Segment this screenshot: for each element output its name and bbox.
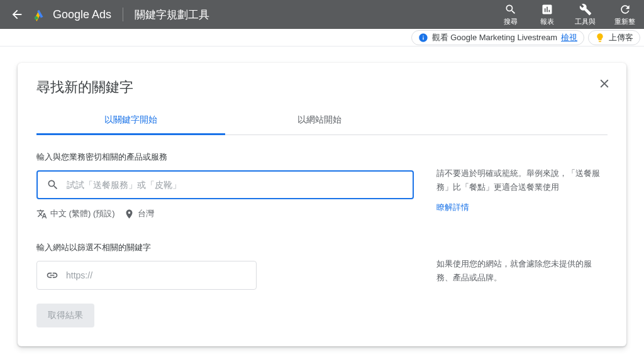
google-ads-logo-icon	[33, 8, 47, 21]
get-results-button[interactable]: 取得結果	[36, 304, 94, 327]
lightbulb-icon	[595, 33, 605, 43]
nav-refresh[interactable]: 重新整	[614, 3, 635, 26]
link-icon	[46, 269, 58, 282]
location-chip-label: 台灣	[138, 208, 154, 219]
website-label: 輸入網站以篩選不相關的關鍵字	[36, 242, 414, 253]
close-button[interactable]	[597, 77, 611, 93]
search-icon	[47, 178, 59, 191]
nav-reports-label: 報表	[540, 17, 554, 26]
upload-text: 上傳客	[609, 32, 633, 43]
notification-link[interactable]: 檢視	[561, 32, 577, 43]
location-chip[interactable]: 台灣	[124, 208, 154, 219]
brand-name: Google Ads	[53, 8, 111, 21]
nav-refresh-label: 重新整	[614, 17, 635, 26]
page-title: 關鍵字規劃工具	[135, 8, 209, 22]
nav-tools[interactable]: 工具與	[575, 3, 596, 26]
language-chip-label: 中文 (繁體) (預設)	[50, 208, 115, 219]
location-icon	[124, 209, 135, 219]
url-input[interactable]	[66, 270, 247, 280]
nav-search-label: 搜尋	[504, 17, 518, 26]
divider	[123, 8, 123, 21]
website-help-text: 如果使用您的網站，就會濾除您未提供的服務、產品或品牌。	[436, 257, 608, 285]
info-icon	[418, 33, 428, 43]
language-chip[interactable]: 中文 (繁體) (預設)	[36, 208, 115, 219]
tab-keywords[interactable]: 以關鍵字開始	[36, 108, 225, 135]
back-button[interactable]	[9, 8, 25, 21]
notification-bar: 觀看 Google Marketing Livestream 檢視 上傳客	[0, 29, 644, 47]
keywords-label: 輸入與您業務密切相關的產品或服務	[36, 151, 414, 163]
nav-search[interactable]: 搜尋	[502, 3, 519, 26]
notification-text: 觀看 Google Marketing Livestream	[432, 32, 557, 43]
keyword-input-wrap[interactable]	[36, 170, 414, 199]
keyword-input[interactable]	[67, 180, 404, 190]
tab-website[interactable]: 以網站開始	[225, 108, 414, 135]
learn-more-link[interactable]: 瞭解詳情	[436, 200, 608, 214]
nav-reports[interactable]: 報表	[538, 3, 556, 26]
card-title: 尋找新的關鍵字	[36, 78, 608, 97]
translate-icon	[36, 209, 47, 219]
keywords-help-text: 請不要過於明確或籠統。舉例來說，「送餐服務」比「餐點」更適合送餐業使用	[436, 167, 608, 194]
nav-tools-label: 工具與	[575, 17, 596, 26]
svg-point-0	[35, 16, 38, 20]
url-input-wrap[interactable]	[36, 261, 257, 290]
